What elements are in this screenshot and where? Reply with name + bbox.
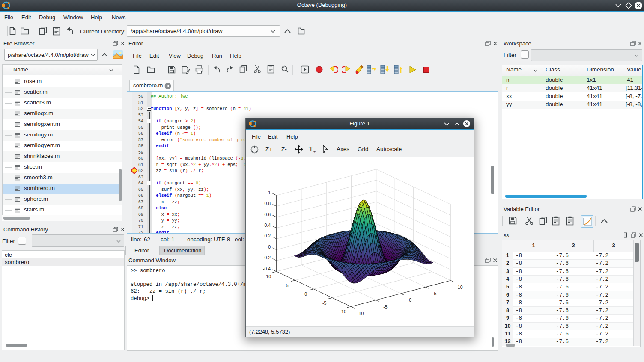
- svg-text:1: 1: [268, 190, 271, 195]
- svg-text:-10: -10: [357, 311, 364, 316]
- svg-text:0: 0: [268, 244, 271, 249]
- svg-text:0.6: 0.6: [265, 212, 271, 217]
- svg-text:0: 0: [409, 297, 411, 303]
- svg-text:-10: -10: [340, 309, 346, 314]
- svg-text:-5: -5: [322, 300, 326, 306]
- svg-text:-0.4: -0.4: [263, 266, 271, 271]
- svg-text:-5: -5: [383, 304, 387, 309]
- svg-text:5: 5: [434, 291, 436, 296]
- svg-text:0.4: 0.4: [265, 223, 271, 228]
- svg-text:0: 0: [304, 291, 307, 297]
- svg-text:10: 10: [458, 285, 463, 290]
- svg-text:-0.2: -0.2: [263, 255, 271, 260]
- svg-text:0.8: 0.8: [265, 201, 271, 206]
- svg-text:10: 10: [266, 274, 271, 279]
- svg-text:5: 5: [286, 283, 289, 288]
- svg-text:0.2: 0.2: [265, 233, 271, 238]
